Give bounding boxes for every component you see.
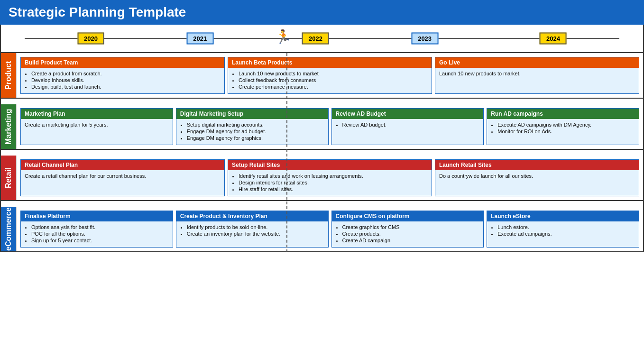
list-item: Create a product from scratch.	[31, 71, 221, 76]
card-retail-1: Setup Retail SitesIdentify retail sites …	[228, 159, 432, 196]
row-marketing: MarketingMarketing PlanCreate a marketin…	[0, 104, 644, 150]
dashed-divider-line	[286, 53, 287, 252]
list-item: Launch 10 new products to market	[239, 71, 428, 76]
list-item: Create performance measure.	[239, 84, 428, 90]
list-item: Review AD budget.	[342, 122, 480, 128]
list-item: Identify products to be sold on-line.	[187, 224, 324, 230]
card-product-0: Build Product TeamCreate a product from …	[20, 57, 225, 94]
timeline-year-2024: 2024	[540, 33, 567, 45]
card-body-retail-0: Create a retail channel plan for our cur…	[21, 170, 224, 196]
row-label-product: Product	[1, 53, 16, 98]
card-body-product-2: Launch 10 new products to market.	[435, 68, 639, 93]
card-header-ecommerce-2: Configure CMS on platform	[332, 211, 484, 221]
card-header-ecommerce-1: Create Product & Inventory Plan	[176, 211, 328, 221]
list-item: Create products.	[342, 231, 480, 237]
card-list-product-0: Create a product from scratch.Develop in…	[25, 71, 221, 90]
card-list-ecommerce-0: Options analysis for best fit.POC for al…	[25, 224, 169, 243]
list-item: Options analysis for best fit.	[31, 224, 169, 230]
timeline-row: 🏃20202021202220232024	[0, 25, 644, 53]
timeline-year-2021: 2021	[186, 33, 213, 45]
card-list-ecommerce-2: Create graphics for CMSCreate products.C…	[336, 224, 480, 243]
card-ecommerce-0: Finalise PlatformOptions analysis for be…	[20, 211, 173, 248]
list-item: Lunch estore.	[497, 224, 635, 230]
card-list-ecommerce-1: Identify products to be sold on-line.Cre…	[180, 224, 324, 237]
card-body-product-0: Create a product from scratch.Develop in…	[21, 68, 224, 93]
card-body-product-1: Launch 10 new products to marketCollect …	[228, 68, 432, 93]
card-header-marketing-1: Digital Marketing Setup	[176, 109, 328, 119]
row-label-retail: Retail	[1, 156, 16, 200]
timeline-year-2022: 2022	[302, 33, 329, 45]
page-title: Strategic Planning Template	[9, 5, 186, 19]
card-header-ecommerce-3: Launch eStore	[487, 211, 639, 221]
row-label-ecommerce: eCommerce	[1, 207, 16, 251]
card-retail-2: Launch Retail SitesDo a countrywide laun…	[435, 159, 639, 196]
list-item: Create an inventory plan for the website…	[187, 231, 324, 237]
card-header-marketing-2: Review AD Budget	[332, 109, 484, 119]
card-body-retail-2: Do a countrywide launch for all our site…	[435, 170, 639, 196]
card-marketing-3: Run AD campaignsExecute AD campaigns wit…	[487, 108, 639, 145]
card-body-marketing-2: Review AD budget.	[332, 119, 484, 145]
list-item: POC for all the options.	[31, 231, 169, 237]
row-label-marketing: Marketing	[1, 104, 16, 149]
card-marketing-2: Review AD BudgetReview AD budget.	[331, 108, 484, 145]
card-body-ecommerce-3: Lunch estore.Execute ad campaigns.	[487, 221, 639, 247]
card-list-marketing-1: Setup digital marketing accounts.Engage …	[180, 122, 324, 141]
row-content-ecommerce: Finalise PlatformOptions analysis for be…	[16, 207, 643, 251]
list-item: Develop inhouse skills.	[31, 77, 221, 83]
card-marketing-0: Marketing PlanCreate a marketing plan fo…	[20, 108, 173, 145]
list-item: Design, build, test and launch.	[31, 84, 221, 90]
list-item: Collect feedback from consumers	[239, 77, 428, 83]
card-body-marketing-0: Create a marketing plan for 5 years.	[21, 119, 173, 145]
card-retail-0: Retail Channel PlanCreate a retail chann…	[20, 159, 225, 196]
card-header-product-0: Build Product Team	[21, 57, 224, 68]
card-list-product-1: Launch 10 new products to marketCollect …	[232, 71, 428, 90]
row-retail: RetailRetail Channel PlanCreate a retail…	[0, 156, 644, 201]
list-item: Monitor for ROI on Ads.	[497, 129, 635, 134]
card-list-marketing-3: Execute AD campaigns with DM Agency.Moni…	[491, 122, 635, 134]
timeline-year-2023: 2023	[411, 33, 438, 45]
list-item: Engage DM agency for ad budget.	[187, 129, 324, 134]
list-item: Hire staff for retail sites.	[239, 186, 428, 192]
list-item: Execute AD campaigns with DM Agency.	[497, 122, 635, 128]
runner-icon: 🏃	[275, 29, 292, 45]
list-item: Create AD campaign	[342, 238, 480, 243]
row-ecommerce: eCommerceFinalise PlatformOptions analys…	[0, 207, 644, 252]
list-item: Create graphics for CMS	[342, 224, 480, 230]
card-ecommerce-1: Create Product & Inventory PlanIdentify …	[176, 211, 329, 248]
card-ecommerce-3: Launch eStoreLunch estore.Execute ad cam…	[487, 211, 639, 248]
card-ecommerce-2: Configure CMS on platformCreate graphics…	[331, 211, 484, 248]
card-body-ecommerce-1: Identify products to be sold on-line.Cre…	[176, 221, 328, 247]
card-body-marketing-1: Setup digital marketing accounts.Engage …	[176, 119, 328, 145]
card-header-marketing-0: Marketing Plan	[21, 109, 173, 119]
card-header-retail-1: Setup Retail Sites	[228, 160, 432, 170]
list-item: Setup digital marketing accounts.	[187, 122, 324, 128]
section-divider	[0, 150, 644, 156]
card-body-ecommerce-0: Options analysis for best fit.POC for al…	[21, 221, 173, 247]
card-body-ecommerce-2: Create graphics for CMSCreate products.C…	[332, 221, 484, 247]
card-header-product-1: Launch Beta Products	[228, 57, 432, 68]
row-content-retail: Retail Channel PlanCreate a retail chann…	[16, 156, 643, 200]
card-product-2: Go LiveLaunch 10 new products to market.	[435, 57, 639, 94]
card-header-retail-2: Launch Retail Sites	[435, 160, 639, 170]
card-header-ecommerce-0: Finalise Platform	[21, 211, 173, 221]
card-header-product-2: Go Live	[435, 57, 639, 68]
row-product: ProductBuild Product TeamCreate a produc…	[0, 53, 644, 99]
card-list-marketing-2: Review AD budget.	[336, 122, 480, 128]
row-content-marketing: Marketing PlanCreate a marketing plan fo…	[16, 104, 643, 149]
section-divider	[0, 201, 644, 207]
list-item: Design interiors for retail sites.	[239, 180, 428, 185]
card-list-retail-1: Identify retail sites and work on leasin…	[232, 173, 428, 192]
card-body-marketing-3: Execute AD campaigns with DM Agency.Moni…	[487, 119, 639, 145]
list-item: Identify retail sites and work on leasin…	[239, 173, 428, 179]
card-header-marketing-3: Run AD campaigns	[487, 109, 639, 119]
card-body-retail-1: Identify retail sites and work on leasin…	[228, 170, 432, 196]
row-content-product: Build Product TeamCreate a product from …	[16, 53, 643, 98]
card-product-1: Launch Beta ProductsLaunch 10 new produc…	[228, 57, 432, 94]
page-header: Strategic Planning Template	[0, 0, 644, 25]
card-list-ecommerce-3: Lunch estore.Execute ad campaigns.	[491, 224, 635, 237]
card-header-retail-0: Retail Channel Plan	[21, 160, 224, 170]
list-item: Sign up for 5 year contact.	[31, 238, 169, 243]
timeline-year-2020: 2020	[77, 33, 104, 45]
list-item: Engage DM agency for graphics.	[187, 135, 324, 141]
card-marketing-1: Digital Marketing SetupSetup digital mar…	[176, 108, 329, 145]
